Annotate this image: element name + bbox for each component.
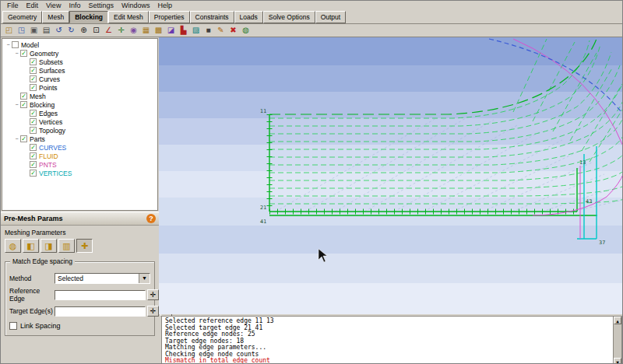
tree-item-topology[interactable]: ✓Topology: [2, 126, 157, 135]
tree-label[interactable]: Vertices: [39, 118, 62, 126]
tree-label[interactable]: PNTS: [39, 161, 57, 169]
tree-item-vertices[interactable]: ✓Vertices: [2, 117, 157, 126]
reference-edge-input[interactable]: [55, 290, 146, 300]
checkbox-icon[interactable]: ✓: [30, 127, 37, 134]
tree-label[interactable]: Mesh: [30, 93, 46, 100]
tree-item-part-vertices[interactable]: ✓VERTICES: [2, 169, 157, 177]
menu-help[interactable]: Help: [153, 2, 176, 9]
create-point-icon[interactable]: ✛: [115, 25, 127, 36]
tree-label[interactable]: Surfaces: [39, 67, 65, 75]
undo-icon[interactable]: ↺: [53, 25, 65, 36]
tree-item-geometry[interactable]: −✓Geometry: [2, 49, 157, 58]
method-dropdown[interactable]: Selected ▼: [55, 273, 150, 284]
tree-label[interactable]: Geometry: [30, 50, 58, 58]
graphics-viewport[interactable]: 11 21 41 13 43 37: [159, 37, 623, 314]
tree-label[interactable]: VERTICES: [39, 170, 72, 177]
checkbox-icon[interactable]: ✓: [20, 93, 27, 100]
shaded-icon[interactable]: ■: [202, 25, 214, 36]
checkbox-icon[interactable]: ✓: [20, 135, 27, 142]
tree-label[interactable]: Subsets: [39, 58, 63, 66]
zoom-window-icon[interactable]: ⊕: [78, 25, 90, 36]
tab-edit-mesh[interactable]: Edit Mesh: [108, 11, 149, 23]
help-button[interactable]: ?: [146, 214, 156, 223]
expander-icon[interactable]: −: [13, 136, 20, 142]
open-project-icon[interactable]: ◰: [3, 25, 15, 36]
tree-item-parts[interactable]: −✓Parts: [2, 135, 157, 143]
target-edge-input[interactable]: [55, 306, 146, 317]
checkbox-icon[interactable]: ✓: [30, 161, 37, 168]
param-global-icon[interactable]: ◍: [5, 239, 21, 253]
pick-reference-edge-icon[interactable]: ✛: [147, 289, 159, 300]
cut-plane-icon[interactable]: ◪: [165, 25, 177, 36]
checkbox-icon[interactable]: ✓: [30, 170, 37, 177]
tree-label[interactable]: Points: [39, 84, 58, 92]
tree-item-model[interactable]: −Model: [2, 40, 157, 49]
tab-geometry[interactable]: Geometry: [2, 11, 42, 23]
menu-file[interactable]: File: [3, 2, 23, 9]
annotate-icon[interactable]: ✎: [215, 25, 227, 36]
menu-view[interactable]: View: [42, 2, 65, 9]
tab-loads[interactable]: Loads: [234, 11, 263, 23]
checkbox-icon[interactable]: ✓: [30, 75, 37, 82]
tree-label[interactable]: Blocking: [30, 101, 55, 109]
tree-label[interactable]: Parts: [30, 135, 45, 143]
mesh-display-icon[interactable]: ▦: [140, 25, 152, 36]
tree-item-subsets[interactable]: ✓Subsets: [2, 58, 157, 66]
info-icon[interactable]: ◍: [240, 25, 252, 36]
link-spacing-checkbox[interactable]: [9, 322, 17, 330]
param-match-edge-icon[interactable]: ✚: [76, 239, 93, 253]
tab-solve-options[interactable]: Solve Options: [263, 11, 315, 23]
menu-settings[interactable]: Settings: [84, 2, 118, 9]
tab-properties[interactable]: Properties: [149, 11, 190, 23]
param-edge-icon[interactable]: ▥: [58, 239, 75, 253]
delete-icon[interactable]: ✖: [227, 25, 239, 36]
wireframe-icon[interactable]: ▨: [190, 25, 202, 36]
menu-info[interactable]: Info: [65, 2, 84, 9]
tree-item-points[interactable]: ✓Points: [2, 83, 157, 92]
tree-label[interactable]: FLUID: [39, 152, 58, 160]
scroll-up-icon[interactable]: ▲: [614, 317, 621, 324]
checkbox-icon[interactable]: ✓: [30, 58, 37, 65]
checkbox-icon[interactable]: ✓: [30, 84, 37, 91]
checkbox-icon[interactable]: ✓: [20, 50, 27, 57]
checkbox-icon[interactable]: ✓: [30, 152, 37, 159]
tab-output[interactable]: Output: [315, 11, 347, 23]
expander-icon[interactable]: −: [5, 42, 12, 47]
expander-icon[interactable]: −: [13, 51, 20, 56]
fit-window-icon[interactable]: ⊡: [90, 25, 102, 36]
measure-distance-icon[interactable]: ∠: [103, 25, 114, 36]
save-project-icon[interactable]: ◳: [16, 25, 27, 36]
tree-label[interactable]: Curves: [39, 75, 60, 83]
scroll-down-icon[interactable]: ▼: [614, 358, 621, 364]
tree-item-part-curves[interactable]: ✓CURVES: [2, 143, 157, 152]
tree-label[interactable]: Topology: [39, 127, 65, 135]
checkbox-icon[interactable]: ✓: [20, 101, 27, 108]
tree-item-surfaces[interactable]: ✓Surfaces: [2, 66, 157, 75]
pick-target-edge-icon[interactable]: ✛: [147, 306, 159, 317]
tree-item-curves[interactable]: ✓Curves: [2, 75, 157, 83]
tree-label[interactable]: Model: [21, 41, 39, 49]
expander-icon[interactable]: −: [13, 102, 20, 107]
quality-histogram-icon[interactable]: ▙: [178, 25, 189, 36]
checkbox-icon[interactable]: [12, 41, 19, 48]
screenshot-icon[interactable]: ▣: [28, 25, 40, 36]
rotate-view-icon[interactable]: ◉: [128, 25, 139, 36]
checkbox-icon[interactable]: ✓: [30, 67, 37, 74]
redo-icon[interactable]: ↻: [65, 25, 77, 36]
checkbox-icon[interactable]: ✓: [30, 118, 37, 125]
tree-item-part-pnts[interactable]: ✓PNTS: [2, 160, 157, 169]
print-icon[interactable]: ▤: [40, 25, 52, 36]
checkbox-icon[interactable]: ✓: [30, 110, 37, 117]
tree-item-mesh[interactable]: ✓Mesh: [2, 92, 157, 100]
tree-item-part-fluid[interactable]: ✓FLUID: [2, 152, 157, 160]
chevron-down-icon[interactable]: ▼: [139, 274, 150, 283]
tab-blocking[interactable]: Blocking: [69, 11, 108, 23]
tree-label[interactable]: Edges: [39, 110, 58, 117]
tree-item-edges[interactable]: ✓Edges: [2, 109, 157, 117]
checkbox-icon[interactable]: ✓: [30, 144, 37, 151]
tab-constraints[interactable]: Constraints: [190, 11, 234, 23]
param-curve-icon[interactable]: ◨: [40, 239, 57, 253]
tab-mesh[interactable]: Mesh: [42, 11, 69, 23]
tree-label[interactable]: CURVES: [39, 144, 66, 152]
tree-item-blocking[interactable]: −✓Blocking: [2, 100, 157, 109]
